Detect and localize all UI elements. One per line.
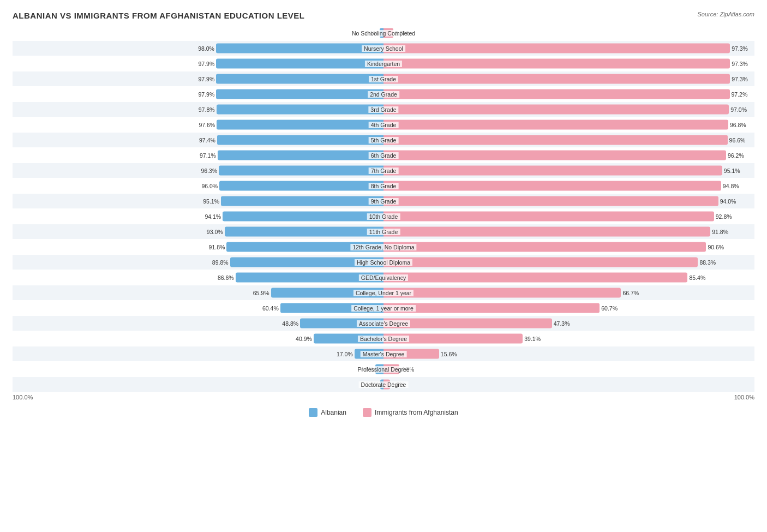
- row-center-label: 6th Grade: [369, 152, 399, 159]
- row-center-label: 8th Grade: [369, 183, 399, 189]
- right-value: 60.7%: [601, 305, 618, 312]
- row-center-label: College, 1 year or more: [351, 305, 416, 312]
- bottom-label-left: 100.0%: [13, 394, 33, 401]
- row-center-label: High School Diploma: [355, 259, 412, 266]
- row-center-label: 10th Grade: [367, 213, 400, 220]
- table-row: 97.9%97.2%2nd Grade: [13, 87, 754, 101]
- left-value: 17.0%: [337, 351, 353, 357]
- right-value: 96.2%: [728, 152, 744, 159]
- left-value: 60.4%: [262, 305, 279, 312]
- left-value: 97.9%: [198, 76, 214, 82]
- table-row: 48.8%47.3%Associate's Degree: [13, 316, 754, 331]
- left-value: 97.1%: [200, 152, 216, 159]
- table-row: 95.1%94.0%9th Grade: [13, 194, 754, 208]
- left-value: 89.8%: [212, 259, 229, 266]
- legend-item-right: Immigrants from Afghanistan: [363, 408, 458, 417]
- table-row: 94.1%92.8%10th Grade: [13, 209, 754, 224]
- right-value: 15.6%: [441, 351, 457, 357]
- table-row: 89.8%88.3%High School Diploma: [13, 255, 754, 270]
- table-row: 97.8%97.0%3rd Grade: [13, 102, 754, 117]
- table-row: 4.9%4.5%Professional Degree: [13, 362, 754, 376]
- right-value: 94.8%: [723, 183, 739, 189]
- right-value: 96.8%: [730, 122, 746, 128]
- right-value: 95.1%: [724, 168, 740, 174]
- row-center-label: GED/Equivalency: [359, 274, 408, 281]
- row-center-label: 2nd Grade: [368, 91, 399, 98]
- left-value: 86.6%: [218, 274, 234, 281]
- legend-label-right: Immigrants from Afghanistan: [375, 409, 458, 416]
- right-value: 97.3%: [732, 45, 748, 52]
- right-value: 39.1%: [524, 336, 541, 342]
- table-row: 60.4%60.7%College, 1 year or more: [13, 301, 754, 315]
- left-value: 48.8%: [282, 320, 298, 327]
- left-value: 96.3%: [201, 168, 217, 174]
- row-center-label: 3rd Grade: [368, 106, 398, 113]
- right-value: 88.3%: [699, 259, 716, 266]
- table-row: 93.0%91.8%11th Grade: [13, 224, 754, 239]
- row-center-label: Master's Degree: [361, 351, 407, 357]
- table-row: 96.0%94.8%8th Grade: [13, 178, 754, 193]
- table-row: 97.6%96.8%4th Grade: [13, 117, 754, 132]
- row-center-label: Associate's Degree: [357, 320, 410, 327]
- table-row: 98.0%97.3%Nursery School: [13, 41, 754, 56]
- bottom-labels: 100.0% 100.0%: [13, 394, 754, 401]
- right-value: 94.0%: [720, 198, 736, 205]
- right-value: 47.3%: [554, 320, 570, 327]
- left-value: 65.9%: [253, 290, 269, 296]
- legend-label-left: Albanian: [321, 409, 346, 416]
- table-row: 65.9%66.7%College, Under 1 year: [13, 285, 754, 300]
- table-row: 97.9%97.3%Kindergarten: [13, 56, 754, 71]
- left-value: 94.1%: [205, 213, 221, 220]
- right-value: 96.6%: [729, 137, 746, 144]
- table-row: 86.6%85.4%GED/Equivalency: [13, 270, 754, 285]
- row-center-label: 7th Grade: [369, 168, 399, 174]
- left-value: 97.4%: [199, 137, 215, 144]
- table-row: 1.9%1.8%Doctorate Degree: [13, 377, 754, 392]
- left-value: 95.1%: [203, 198, 219, 205]
- legend-item-left: Albanian: [309, 408, 346, 417]
- table-row: 96.3%95.1%7th Grade: [13, 163, 754, 178]
- bottom-label-right: 100.0%: [734, 394, 754, 401]
- row-center-label: 11th Grade: [367, 229, 400, 235]
- row-center-label: 4th Grade: [369, 122, 399, 128]
- right-value: 90.6%: [708, 244, 724, 250]
- row-center-label: No Schooling Completed: [350, 30, 417, 37]
- row-center-label: Bachelor's Degree: [358, 336, 409, 342]
- row-center-label: 12th Grade, No Diploma: [350, 244, 416, 250]
- row-center-label: Kindergarten: [365, 61, 402, 67]
- row-center-label: 9th Grade: [369, 198, 399, 205]
- right-value: 97.3%: [732, 76, 748, 82]
- table-row: 2.1%2.7%No Schooling Completed: [13, 26, 754, 40]
- right-value: 91.8%: [712, 229, 728, 235]
- left-value: 40.9%: [296, 336, 312, 342]
- row-center-label: 1st Grade: [369, 76, 398, 82]
- row-center-label: Professional Degree: [355, 366, 411, 373]
- left-value: 97.6%: [199, 122, 215, 128]
- row-center-label: 5th Grade: [369, 137, 399, 144]
- chart-source: Source: ZipAtlas.com: [697, 11, 754, 17]
- row-center-label: Nursery School: [362, 45, 405, 52]
- left-value: 91.8%: [209, 244, 225, 250]
- table-row: 97.1%96.2%6th Grade: [13, 148, 754, 163]
- table-row: 91.8%90.6%12th Grade, No Diploma: [13, 240, 754, 254]
- right-value: 97.2%: [732, 91, 748, 98]
- table-row: 40.9%39.1%Bachelor's Degree: [13, 331, 754, 346]
- chart-container: ALBANIAN VS IMMIGRANTS FROM AFGHANISTAN …: [13, 11, 754, 417]
- table-row: 97.9%97.3%1st Grade: [13, 71, 754, 86]
- left-value: 97.8%: [199, 106, 215, 113]
- chart-title: ALBANIAN VS IMMIGRANTS FROM AFGHANISTAN …: [13, 11, 754, 20]
- legend-color-right: [363, 408, 371, 417]
- left-value: 96.0%: [201, 183, 218, 189]
- right-value: 97.0%: [730, 106, 747, 113]
- left-value: 98.0%: [198, 45, 214, 52]
- right-value: 97.3%: [732, 61, 748, 67]
- row-center-label: Doctorate Degree: [359, 381, 409, 388]
- left-value: 97.9%: [198, 91, 214, 98]
- right-value: 92.8%: [716, 213, 732, 220]
- row-center-label: College, Under 1 year: [353, 290, 414, 296]
- rows-container: 2.1%2.7%No Schooling Completed98.0%97.3%…: [13, 26, 754, 392]
- table-row: 97.4%96.6%5th Grade: [13, 133, 754, 147]
- right-value: 66.7%: [622, 290, 639, 296]
- left-value: 93.0%: [207, 229, 223, 235]
- table-row: 17.0%15.6%Master's Degree: [13, 346, 754, 361]
